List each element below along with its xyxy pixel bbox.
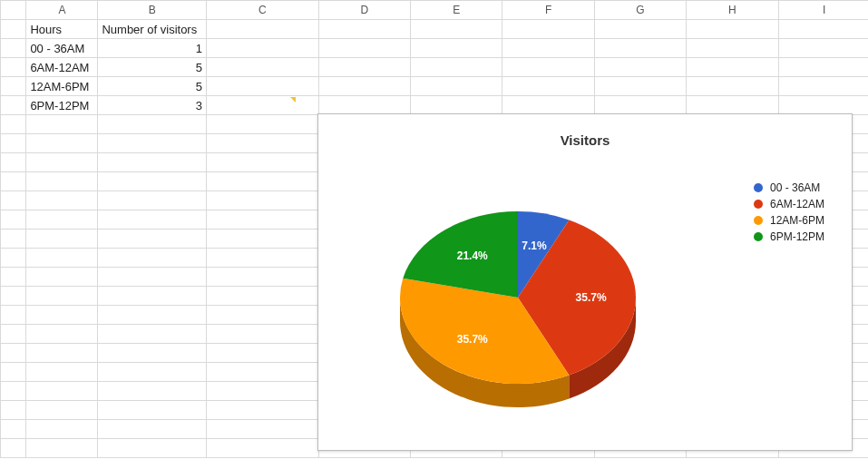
cell-G1[interactable]: [594, 20, 686, 39]
cell-C19[interactable]: [207, 363, 319, 382]
row-header-12[interactable]: [1, 230, 26, 249]
row-header-21[interactable]: [1, 401, 26, 420]
col-header-G[interactable]: G: [594, 1, 686, 20]
cell-H1[interactable]: [687, 20, 778, 39]
row-header-19[interactable]: [1, 363, 26, 382]
cell-B17[interactable]: [98, 325, 207, 344]
cell-B20[interactable]: [98, 382, 207, 401]
cell-F3[interactable]: [502, 58, 594, 77]
cell-A4[interactable]: 12AM-6PM: [26, 77, 98, 96]
cell-B15[interactable]: [98, 287, 207, 306]
cell-B9[interactable]: [98, 172, 207, 191]
cell-B2[interactable]: 1: [98, 39, 207, 58]
cell-A19[interactable]: [26, 363, 98, 382]
col-header-H[interactable]: H: [687, 1, 778, 20]
cell-C7[interactable]: [207, 134, 319, 153]
cell-E1[interactable]: [411, 20, 502, 39]
cell-G5[interactable]: [594, 96, 686, 115]
cell-B14[interactable]: [98, 268, 207, 287]
cell-B6[interactable]: [98, 115, 207, 134]
row-header-5[interactable]: [1, 96, 26, 115]
row-header-4[interactable]: [1, 77, 26, 96]
row-2[interactable]: 00 - 36AM1: [1, 39, 869, 58]
cell-G3[interactable]: [594, 58, 686, 77]
col-header-B[interactable]: B: [98, 1, 207, 20]
row-header-8[interactable]: [1, 153, 26, 172]
row-header-6[interactable]: [1, 115, 26, 134]
cell-C4[interactable]: [207, 77, 319, 96]
cell-C13[interactable]: [207, 249, 319, 268]
cell-C20[interactable]: [207, 382, 319, 401]
row-header-20[interactable]: [1, 382, 26, 401]
cell-A9[interactable]: [26, 172, 98, 191]
cell-A1[interactable]: Hours: [26, 20, 98, 39]
row-header-18[interactable]: [1, 344, 26, 363]
cell-C15[interactable]: [207, 287, 319, 306]
cell-A13[interactable]: [26, 249, 98, 268]
row-header-7[interactable]: [1, 134, 26, 153]
cell-B13[interactable]: [98, 249, 207, 268]
cell-A16[interactable]: [26, 306, 98, 325]
col-header-F[interactable]: F: [502, 1, 594, 20]
cell-F5[interactable]: [502, 96, 594, 115]
cell-B19[interactable]: [98, 363, 207, 382]
row-header-1[interactable]: [1, 20, 26, 39]
row-header-23[interactable]: [1, 439, 26, 458]
cell-B11[interactable]: [98, 210, 207, 230]
cell-I4[interactable]: [778, 77, 868, 96]
cell-C12[interactable]: [207, 230, 319, 249]
cell-B12[interactable]: [98, 230, 207, 249]
cell-A17[interactable]: [26, 325, 98, 344]
cell-D1[interactable]: [318, 20, 410, 39]
cell-C22[interactable]: [207, 420, 319, 439]
col-header-E[interactable]: E: [411, 1, 502, 20]
cell-C2[interactable]: [207, 39, 319, 58]
cell-C9[interactable]: [207, 172, 319, 191]
cell-A6[interactable]: [26, 115, 98, 134]
col-header-C[interactable]: C: [207, 1, 319, 20]
row-5[interactable]: 6PM-12PM3: [1, 96, 869, 115]
row-header-10[interactable]: [1, 191, 26, 210]
cell-B8[interactable]: [98, 153, 207, 172]
cell-C6[interactable]: [207, 115, 319, 134]
cell-A8[interactable]: [26, 153, 98, 172]
cell-C5[interactable]: [207, 96, 319, 115]
cell-B23[interactable]: [98, 439, 207, 458]
cell-F2[interactable]: [502, 39, 594, 58]
cell-C3[interactable]: [207, 58, 319, 77]
cell-D4[interactable]: [318, 77, 410, 96]
cell-E5[interactable]: [411, 96, 502, 115]
cell-C11[interactable]: [207, 210, 319, 230]
cell-A12[interactable]: [26, 230, 98, 249]
cell-H2[interactable]: [687, 39, 778, 58]
cell-B5[interactable]: 3: [98, 96, 207, 115]
cell-B7[interactable]: [98, 134, 207, 153]
cell-I3[interactable]: [778, 58, 868, 77]
cell-B4[interactable]: 5: [98, 77, 207, 96]
cell-C23[interactable]: [207, 439, 319, 458]
cell-C16[interactable]: [207, 306, 319, 325]
cell-E2[interactable]: [411, 39, 502, 58]
cell-D5[interactable]: [318, 96, 410, 115]
embedded-chart[interactable]: Visitors 7.1%35.7%35.7%21.4% 00 - 36AM6A…: [317, 113, 853, 451]
cell-C1[interactable]: [207, 20, 319, 39]
row-header-22[interactable]: [1, 420, 26, 439]
cell-B3[interactable]: 5: [98, 58, 207, 77]
cell-A15[interactable]: [26, 287, 98, 306]
cell-A2[interactable]: 00 - 36AM: [26, 39, 98, 58]
cell-C8[interactable]: [207, 153, 319, 172]
cell-B18[interactable]: [98, 344, 207, 363]
col-header-D[interactable]: D: [318, 1, 410, 20]
cell-I2[interactable]: [778, 39, 868, 58]
row-header-13[interactable]: [1, 249, 26, 268]
cell-I1[interactable]: [778, 20, 868, 39]
col-header-A[interactable]: A: [26, 1, 98, 20]
cell-A10[interactable]: [26, 191, 98, 210]
cell-G2[interactable]: [594, 39, 686, 58]
cell-A5[interactable]: 6PM-12PM: [26, 96, 98, 115]
row-header-14[interactable]: [1, 268, 26, 287]
row-header-3[interactable]: [1, 58, 26, 77]
cell-A18[interactable]: [26, 344, 98, 363]
cell-A21[interactable]: [26, 401, 98, 420]
cell-A11[interactable]: [26, 210, 98, 230]
